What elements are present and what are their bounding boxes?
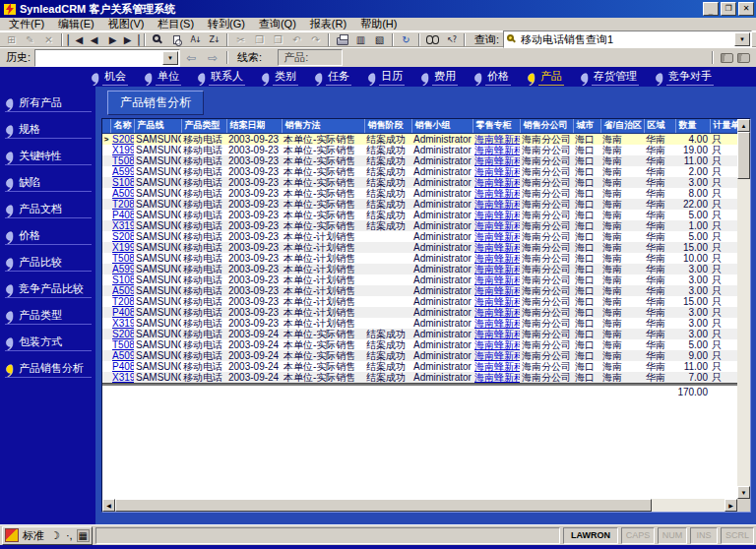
product-name-link[interactable]: S208: [112, 231, 134, 242]
table-row[interactable]: X319SAMSUNG移动电话2003-09-23本单位-计划销售Adminis…: [102, 318, 737, 329]
first-record-button[interactable]: ▏◀: [66, 32, 85, 47]
edit-record-button[interactable]: ✎: [21, 32, 39, 47]
preview-button[interactable]: [167, 32, 186, 47]
table-row[interactable]: X319SAMSUNG移动电话2003-09-23本单位-实际销售结案成功Adm…: [102, 220, 737, 231]
table-row[interactable]: T508SAMSUNG移动电话2003-09-23本单位-计划销售Adminis…: [102, 253, 737, 264]
ime-mode-label[interactable]: 标准: [21, 528, 46, 543]
retail-counter-link[interactable]: 海南蜂新科: [474, 253, 520, 264]
retail-counter-link[interactable]: 海南蜂新科: [474, 318, 520, 329]
product-name-link[interactable]: X319: [112, 220, 134, 231]
cut-button[interactable]: ✂: [231, 32, 250, 47]
sidebar-item-产品比较[interactable]: 产品比较: [5, 255, 92, 272]
sidebar-item-所有产品[interactable]: 所有产品: [5, 95, 92, 112]
tab-任务[interactable]: 任务: [314, 69, 351, 86]
product-name-link[interactable]: A509: [112, 350, 134, 361]
restore-button[interactable]: ❐: [721, 2, 736, 16]
column-header-名称[interactable]: 名称: [110, 119, 134, 133]
table-row[interactable]: X199SAMSUNG移动电话2003-09-23本单位-计划销售Adminis…: [102, 242, 737, 253]
column-header-城市[interactable]: 城市: [573, 119, 600, 133]
close-button[interactable]: ✕: [738, 2, 754, 16]
table-row[interactable]: T508SAMSUNG移动电话2003-09-24本单位-实际销售结案成功Adm…: [102, 339, 737, 350]
table-row[interactable]: P408SAMSUNG移动电话2003-09-23本单位-实际销售结案成功Adm…: [102, 210, 737, 220]
history-combobox[interactable]: ▼: [34, 49, 180, 67]
retail-counter-link[interactable]: 海南蜂新科: [474, 210, 520, 220]
sidebar-item-产品销售分析[interactable]: 产品销售分析: [5, 361, 92, 378]
retail-counter-link[interactable]: 海南蜂新科: [474, 220, 520, 231]
scroll-up-arrow[interactable]: ▲: [737, 119, 750, 132]
address-book-icon[interactable]: [737, 53, 750, 63]
tab-价格[interactable]: 价格: [473, 69, 511, 86]
tab-竞争对手[interactable]: 竞争对手: [655, 69, 714, 86]
tab-存货管理[interactable]: 存货管理: [580, 69, 639, 86]
tab-联系人[interactable]: 联系人: [197, 69, 245, 86]
product-name-link[interactable]: X199: [112, 242, 134, 253]
column-header-产品线[interactable]: 产品线: [134, 119, 181, 133]
column-header-销售阶段[interactable]: 销售阶段: [364, 119, 411, 133]
ime-keyboard-icon[interactable]: ▦: [77, 529, 90, 542]
product-name-link[interactable]: S108: [112, 177, 134, 188]
product-name-link[interactable]: A509: [112, 188, 134, 199]
menu-item-4[interactable]: 转到(G): [201, 17, 252, 31]
tab-日历[interactable]: 日历: [367, 69, 405, 86]
help-pointer-button[interactable]: ↖?: [442, 32, 461, 47]
menu-item-2[interactable]: 视图(V): [101, 17, 152, 31]
redo-button[interactable]: ↷: [306, 32, 325, 47]
new-record-button[interactable]: ⊞: [2, 32, 21, 47]
table-row[interactable]: A509SAMSUNG移动电话2003-09-24本单位-实际销售结案成功Adm…: [102, 350, 737, 361]
column-header-数量[interactable]: 数量: [675, 119, 710, 133]
horizontal-scrollbar[interactable]: ◀ ▶: [102, 499, 737, 512]
horizontal-scroll-thumb[interactable]: [115, 499, 652, 512]
product-name-link[interactable]: T508: [112, 253, 134, 264]
table-row[interactable]: >S208SAMSUNG移动电话2003-09-23本单位-实际销售结案成功Ad…: [102, 133, 737, 145]
product-name-link[interactable]: T208: [112, 296, 134, 307]
tab-费用[interactable]: 费用: [420, 69, 458, 86]
retail-counter-link[interactable]: 海南蜂新科: [474, 329, 520, 339]
scroll-track[interactable]: [652, 499, 724, 512]
product-name-link[interactable]: T208: [112, 199, 134, 210]
sidebar-item-规格[interactable]: 规格: [5, 122, 92, 139]
table-row[interactable]: A509SAMSUNG移动电话2003-09-23本单位-实际销售结案成功Adm…: [102, 188, 737, 199]
retail-counter-link[interactable]: 海南蜂新科: [474, 134, 520, 145]
table-row[interactable]: S108SAMSUNG移动电话2003-09-23本单位-实际销售结案成功Adm…: [102, 177, 737, 188]
ime-fullwidth-icon[interactable]: ☽: [48, 529, 62, 542]
column-header-区域[interactable]: 区域: [644, 119, 675, 133]
product-name-link[interactable]: S108: [112, 274, 134, 285]
retail-counter-link[interactable]: 海南蜂新科: [474, 155, 520, 166]
table-row[interactable]: S208SAMSUNG移动电话2003-09-23本单位-计划销售Adminis…: [102, 231, 737, 242]
column-header-销售分公司[interactable]: 销售分公司: [520, 119, 573, 133]
menu-item-0[interactable]: 文件(F): [2, 17, 51, 31]
search-button[interactable]: [149, 32, 167, 47]
export-button[interactable]: ▥: [351, 32, 370, 47]
next-record-button[interactable]: ▶: [103, 32, 122, 47]
undo-button[interactable]: ↶: [287, 32, 306, 47]
scroll-down-arrow[interactable]: ▼: [737, 486, 750, 499]
retail-counter-link[interactable]: 海南蜂新科: [474, 372, 520, 383]
product-name-link[interactable]: P408: [112, 307, 134, 318]
menu-item-7[interactable]: 帮助(H): [353, 17, 404, 31]
menu-item-6[interactable]: 报表(R): [303, 17, 353, 31]
menu-item-5[interactable]: 查询(Q): [252, 17, 303, 31]
product-name-link[interactable]: S208: [112, 329, 134, 339]
product-name-link[interactable]: X199: [112, 145, 134, 155]
retail-counter-link[interactable]: 海南蜂新科: [474, 264, 520, 274]
retail-counter-link[interactable]: 海南蜂新科: [474, 145, 520, 155]
query-combobox[interactable]: 移动电话销售查询1 ▼: [503, 30, 752, 48]
column-header-产品类型[interactable]: 产品类型: [181, 119, 226, 133]
retail-counter-link[interactable]: 海南蜂新科: [474, 188, 520, 199]
product-name-link[interactable]: A599: [112, 166, 134, 177]
tab-类别[interactable]: 类别: [261, 69, 298, 86]
vertical-scrollbar[interactable]: ▲ ▼: [737, 119, 750, 499]
column-header-结案日期[interactable]: 结案日期: [226, 119, 282, 133]
retail-counter-link[interactable]: 海南蜂新科: [474, 361, 520, 372]
table-row[interactable]: T208SAMSUNG移动电话2003-09-23本单位-实际销售结案成功Adm…: [102, 199, 737, 210]
paste-button[interactable]: ❒: [269, 32, 287, 47]
table-row[interactable]: S108SAMSUNG移动电话2003-09-23本单位-计划销售Adminis…: [102, 274, 737, 285]
column-header-零售专柜[interactable]: 零售专柜: [472, 119, 520, 133]
retail-counter-link[interactable]: 海南蜂新科: [474, 274, 520, 285]
retail-counter-link[interactable]: 海南蜂新科: [474, 296, 520, 307]
table-row[interactable]: T208SAMSUNG移动电话2003-09-23本单位-计划销售Adminis…: [102, 296, 737, 307]
report-book-icon[interactable]: [721, 53, 733, 63]
sidebar-item-竞争产品比较[interactable]: 竞争产品比较: [5, 281, 92, 298]
retail-counter-link[interactable]: 海南蜂新科: [474, 350, 520, 361]
sort-ascending-button[interactable]: A↓: [186, 32, 205, 47]
